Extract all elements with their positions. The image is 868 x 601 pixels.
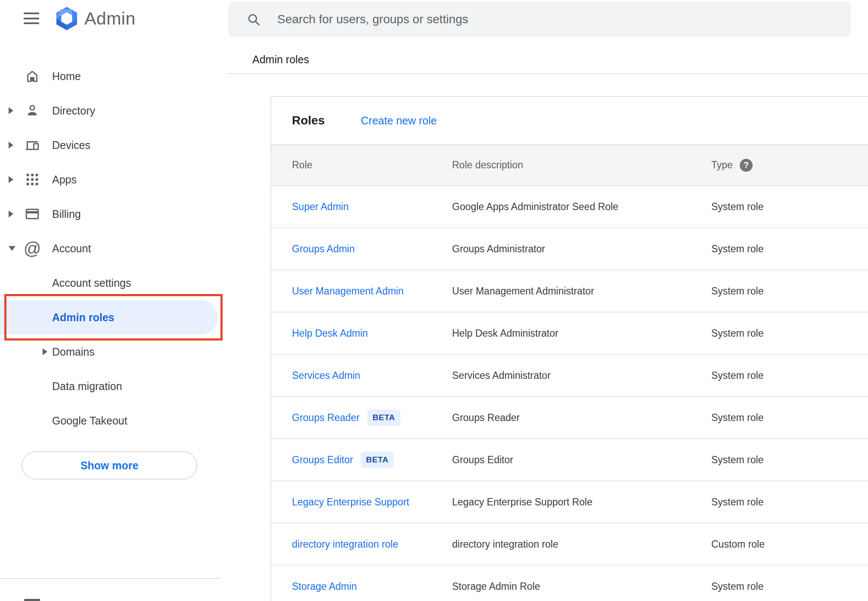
search-icon bbox=[246, 12, 261, 28]
breadcrumb: Admin roles bbox=[252, 53, 309, 66]
help-icon[interactable]: ? bbox=[740, 159, 753, 172]
roles-table-body: Super AdminGoogle Apps Administrator See… bbox=[271, 186, 868, 601]
sidebar-item-google-takeout[interactable]: Google Takeout bbox=[0, 403, 222, 438]
role-type-cell: System role bbox=[711, 270, 763, 312]
role-cell: Groups EditorBETA bbox=[292, 439, 394, 480]
role-link[interactable]: Services Admin bbox=[292, 370, 360, 381]
sidebar-item-admin-roles[interactable]: Admin roles bbox=[0, 300, 218, 335]
table-row: Super AdminGoogle Apps Administrator See… bbox=[271, 186, 868, 228]
role-link[interactable]: Super Admin bbox=[292, 201, 349, 213]
sidebar-item-directory[interactable]: Directory bbox=[0, 93, 222, 128]
role-link[interactable]: Help Desk Admin bbox=[292, 328, 368, 339]
chevron-right-icon[interactable] bbox=[9, 107, 13, 114]
role-description-cell: User Management Administrator bbox=[452, 270, 594, 312]
table-row: Storage AdminStorage Admin RoleSystem ro… bbox=[271, 566, 868, 601]
role-description-cell: Google Apps Administrator Seed Role bbox=[452, 186, 618, 227]
sidebar: Admin HomeDirectoryDevicesAppsBilling@Ac… bbox=[0, 0, 222, 601]
role-cell: Super Admin bbox=[292, 186, 349, 227]
table-row: Legacy Enterprise SupportLegacy Enterpri… bbox=[271, 481, 868, 524]
role-type-cell: System role bbox=[711, 481, 763, 523]
app-title: Admin bbox=[84, 6, 136, 31]
role-description-cell: Help Desk Administrator bbox=[452, 313, 558, 354]
sidebar-item-billing[interactable]: Billing bbox=[0, 197, 222, 231]
table-row: User Management AdminUser Management Adm… bbox=[271, 270, 868, 313]
chevron-right-icon[interactable] bbox=[9, 211, 13, 217]
table-row: Groups ReaderBETAGroups ReaderSystem rol… bbox=[271, 397, 868, 439]
chevron-right-icon[interactable] bbox=[9, 142, 13, 149]
table-row: directory integration roledirectory inte… bbox=[271, 524, 868, 566]
beta-badge: BETA bbox=[361, 452, 394, 468]
show-more-button[interactable]: Show more bbox=[22, 451, 197, 480]
role-link[interactable]: User Management Admin bbox=[292, 285, 404, 297]
sidebar-item-apps[interactable]: Apps bbox=[0, 162, 222, 197]
role-cell: Services Admin bbox=[292, 355, 360, 396]
role-cell: Storage Admin bbox=[292, 566, 357, 601]
sidebar-item-data-migration[interactable]: Data migration bbox=[0, 369, 222, 403]
chevron-down-icon[interactable] bbox=[9, 246, 16, 251]
devices-icon bbox=[24, 136, 41, 154]
sidebar-item-devices[interactable]: Devices bbox=[0, 128, 222, 162]
sidebar-item-domains[interactable]: Domains bbox=[0, 335, 222, 369]
table-row: Groups AdminGroups AdministratorSystem r… bbox=[271, 228, 868, 270]
role-description-cell: Storage Admin Role bbox=[452, 566, 540, 601]
sidebar-item-label: Account bbox=[52, 242, 91, 255]
role-type-cell: System role bbox=[711, 186, 763, 227]
sidebar-item-label: Data migration bbox=[52, 380, 122, 393]
role-description-cell: Groups Reader bbox=[452, 397, 520, 438]
sidebar-divider bbox=[0, 578, 220, 579]
person-icon bbox=[24, 102, 41, 119]
role-link[interactable]: Storage Admin bbox=[292, 581, 357, 592]
sidebar-item-account[interactable]: @Account bbox=[0, 231, 222, 266]
sidebar-nav: HomeDirectoryDevicesAppsBilling@AccountA… bbox=[0, 59, 222, 438]
sidebar-item-label: Account settings bbox=[52, 277, 131, 289]
role-description-cell: Groups Administrator bbox=[452, 228, 545, 270]
credit-card-icon bbox=[24, 205, 41, 223]
role-link[interactable]: Groups Reader bbox=[292, 412, 360, 424]
search-bar[interactable] bbox=[228, 2, 851, 37]
card-title: Roles bbox=[292, 97, 325, 144]
table-row: Groups EditorBETAGroups EditorSystem rol… bbox=[271, 439, 868, 481]
sidebar-item-label: Domains bbox=[52, 346, 95, 358]
roles-card: Roles Create new role Role Role descript… bbox=[270, 96, 868, 601]
search-input[interactable] bbox=[277, 2, 828, 37]
admin-logo-icon bbox=[55, 6, 79, 31]
partial-bottom-icon bbox=[24, 599, 40, 601]
sidebar-item-label: Google Takeout bbox=[52, 415, 127, 427]
beta-badge: BETA bbox=[367, 409, 400, 426]
role-cell: Groups Admin bbox=[292, 228, 355, 270]
sidebar-item-account-settings[interactable]: Account settings bbox=[0, 266, 222, 300]
role-cell: directory integration role bbox=[292, 524, 398, 565]
role-cell: Groups ReaderBETA bbox=[292, 397, 400, 438]
card-header: Roles Create new role bbox=[271, 97, 868, 144]
home-icon bbox=[24, 68, 41, 85]
role-link[interactable]: Groups Admin bbox=[292, 243, 355, 255]
role-type-cell: System role bbox=[711, 228, 763, 270]
table-header-row: Role Role description Type ? bbox=[271, 144, 868, 186]
role-type-cell: System role bbox=[711, 566, 763, 601]
role-link[interactable]: Groups Editor bbox=[292, 454, 353, 466]
apps-grid-icon bbox=[24, 171, 41, 188]
column-header-type: Type ? bbox=[711, 145, 753, 185]
sidebar-item-label: Billing bbox=[52, 208, 81, 220]
header-divider bbox=[227, 73, 868, 74]
role-cell: User Management Admin bbox=[292, 270, 404, 312]
hamburger-menu-button[interactable] bbox=[24, 12, 39, 24]
role-cell: Help Desk Admin bbox=[292, 313, 368, 354]
chevron-right-icon[interactable] bbox=[43, 348, 47, 355]
chevron-right-icon[interactable] bbox=[9, 176, 13, 183]
role-type-cell: System role bbox=[711, 355, 763, 396]
at-sign-icon: @ bbox=[24, 240, 41, 257]
role-type-cell: System role bbox=[711, 397, 763, 438]
table-row: Services AdminServices AdministratorSyst… bbox=[271, 355, 868, 397]
table-row: Help Desk AdminHelp Desk AdministratorSy… bbox=[271, 313, 868, 355]
sidebar-item-home[interactable]: Home bbox=[0, 59, 222, 93]
sidebar-item-label: Admin roles bbox=[52, 311, 114, 324]
role-link[interactable]: directory integration role bbox=[292, 539, 398, 550]
create-new-role-link[interactable]: Create new role bbox=[361, 97, 437, 144]
sidebar-item-label: Home bbox=[52, 70, 81, 83]
role-link[interactable]: Legacy Enterprise Support bbox=[292, 496, 409, 508]
column-header-description: Role description bbox=[452, 145, 523, 185]
role-description-cell: directory integration role bbox=[452, 524, 558, 565]
role-description-cell: Services Administrator bbox=[452, 355, 551, 396]
role-cell: Legacy Enterprise Support bbox=[292, 481, 409, 523]
